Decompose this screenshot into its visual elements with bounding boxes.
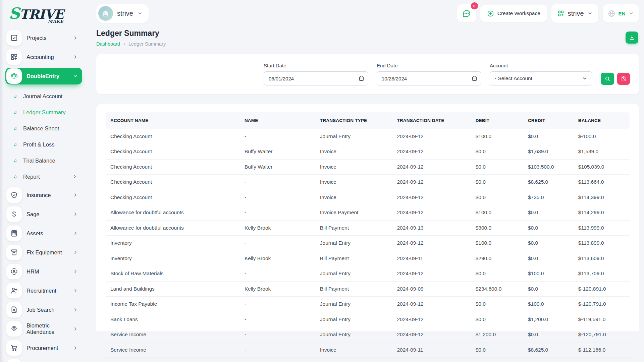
sidebar-subitem-trial-balance[interactable]: Trial Balance: [5, 153, 82, 169]
reset-filter-button[interactable]: [617, 73, 630, 85]
org-name: strive: [568, 10, 584, 17]
table-row[interactable]: Inventory-Journal Entry2024-09-12$100.0$…: [106, 236, 630, 251]
sidebar-item-label: HRM: [26, 268, 68, 275]
cell-transaction-type: Bill Payment: [315, 281, 392, 297]
table-row[interactable]: Service Income-Invoice2024-09-11$0.0$8,6…: [106, 342, 630, 358]
sidebar-subitem-report[interactable]: Report: [5, 169, 82, 185]
sidebar-submenu-doubleentry: Journal AccountLedger SummaryBalance She…: [5, 87, 82, 187]
table-row[interactable]: Checking AccountBuffy WalterInvoice2024-…: [106, 159, 630, 175]
cell-transaction-date: 2024-09-11: [392, 342, 471, 358]
cell-debit: $100.0: [471, 236, 523, 251]
chevron-right-icon: [73, 307, 78, 312]
sidebar-item-projects[interactable]: Projects: [5, 29, 82, 46]
table-row[interactable]: Allowance for doubtful accounts-Invoice …: [106, 205, 630, 221]
sidebar-item-label: DoubleEntry: [26, 73, 68, 79]
app-window: STRIVE MAKE ProjectsAccountingDoubleEntr…: [0, 0, 644, 362]
cell-debit: $234,600.0: [471, 281, 523, 297]
table-row[interactable]: Land and BuildingsKelly BrookBill Paymen…: [106, 281, 630, 297]
sidebar-item-insurance[interactable]: Insurance: [5, 187, 82, 203]
cell-name: -: [240, 129, 315, 144]
sidebar-item-sage[interactable]: Sage: [5, 206, 82, 223]
search-icon: [604, 76, 610, 82]
cell-name: Kelly Brook: [240, 251, 315, 266]
table-row[interactable]: Income Tax Payable-Journal Entry2024-09-…: [106, 297, 630, 312]
breadcrumb-current: Ledger Summary: [128, 41, 166, 47]
table-row[interactable]: Bank Loans-Journal Entry2024-09-12$0.0$1…: [106, 312, 630, 327]
sidebar-item-fix-equipment[interactable]: Fix Equipment: [5, 244, 82, 261]
sidebar-subitem-ledger-summary[interactable]: Ledger Summary: [5, 104, 82, 120]
cell-credit: $100.0: [523, 297, 574, 312]
chevron-right-icon: ›: [123, 41, 125, 47]
cell-debit: $0.0: [471, 159, 523, 175]
cart-icon: [6, 340, 22, 356]
column-header-transaction-date: TRANSACTION DATE: [392, 112, 471, 129]
end-date-input[interactable]: [377, 71, 481, 85]
table-row[interactable]: Stock of Raw Materials-Journal Entry2024…: [106, 266, 630, 282]
sidebar-item-procurement[interactable]: Procurement: [5, 340, 82, 356]
sidebar-subitem-profit-loss[interactable]: Profit & Loss: [5, 136, 82, 153]
chevron-down-icon: [629, 11, 634, 16]
sidebar-item-pos[interactable]: POS: [5, 359, 82, 362]
sidebar-item-doubleentry[interactable]: DoubleEntry: [5, 68, 82, 84]
cell-name: -: [240, 297, 315, 312]
table-row[interactable]: Service Income-Journal Entry2024-09-12$1…: [106, 327, 630, 343]
workspace-selector[interactable]: strive: [96, 4, 149, 23]
sidebar-subitem-balance-sheet[interactable]: Balance Sheet: [5, 120, 82, 136]
org-selector[interactable]: strive: [551, 4, 598, 23]
sidebar-subitem-journal-account[interactable]: Journal Account: [5, 88, 82, 104]
sidebar-item-label: Sage: [26, 211, 68, 218]
search-button[interactable]: [601, 73, 614, 85]
cell-transaction-type: Bill Payment: [315, 220, 392, 236]
cell-transaction-type: Journal Entry: [315, 327, 392, 343]
cell-balance: $114,299.0: [574, 205, 630, 221]
table-row[interactable]: Checking Account-Invoice2024-09-12$0.0$7…: [106, 190, 630, 205]
table-row[interactable]: Checking Account-Journal Entry2024-09-12…: [106, 129, 630, 144]
account-label: Account: [490, 63, 592, 68]
sidebar-item-assets[interactable]: Assets: [5, 225, 82, 242]
sidebar-item-recruitment[interactable]: Recruitment: [5, 282, 82, 299]
cell-name: Kelly Brook: [240, 281, 315, 297]
filter-card: Start Date End Date Account - Select Acc…: [96, 54, 639, 94]
chat-button[interactable]: 0: [457, 4, 476, 22]
sidebar-subitem-label: Ledger Summary: [23, 109, 77, 116]
sidebar-item-label: Accounting: [26, 54, 68, 60]
table-row[interactable]: Checking Account-Invoice2024-09-12$0.0$8…: [106, 175, 630, 190]
account-select[interactable]: - Select Account: [490, 71, 592, 85]
sidebar-item-accounting[interactable]: Accounting: [5, 49, 82, 65]
cell-credit: $8,625.0: [523, 342, 574, 358]
cell-balance: $113,609.0: [574, 251, 630, 266]
cell-balance: $-120,791.0: [574, 327, 630, 343]
cell-account-name: Checking Account: [106, 129, 240, 144]
table-row[interactable]: Allowance for doubtful accountsKelly Bro…: [106, 220, 630, 236]
sidebar-item-label: Procurement: [26, 345, 68, 351]
sidebar-subitem-label: Balance Sheet: [23, 125, 77, 132]
start-date-input[interactable]: [264, 71, 368, 85]
sidebar-item-label: Assets: [26, 230, 68, 237]
grid-plus-icon: [557, 10, 565, 17]
sidebar-subitem-label: Report: [23, 174, 66, 180]
table-row[interactable]: InventoryKelly BrookBill Payment2024-09-…: [106, 251, 630, 266]
dashed-circle-icon: [14, 95, 17, 98]
cell-account-name: Stock of Raw Materials: [106, 266, 240, 282]
cell-balance: $113,899.0: [574, 236, 630, 251]
sidebar-item-hrm[interactable]: HRM: [5, 263, 82, 280]
building-icon: [102, 9, 110, 17]
chevron-right-icon: [72, 174, 77, 179]
chat-badge: 0: [471, 2, 478, 9]
export-download-button[interactable]: [626, 32, 638, 44]
sidebar-item-biometric-attendance[interactable]: Biometric Attendance: [5, 320, 82, 337]
cell-transaction-type: Journal Entry: [315, 297, 392, 312]
cell-balance: $-100.0: [574, 129, 630, 144]
sidebar-item-job-search[interactable]: Job Search: [5, 301, 82, 318]
breadcrumb-dashboard-link[interactable]: Dashboard: [96, 41, 120, 47]
language-code: EN: [619, 11, 626, 16]
cell-name: Kelly Brook: [240, 220, 315, 236]
cell-transaction-date: 2024-09-12: [392, 175, 471, 190]
cell-transaction-type: Invoice Payment: [315, 205, 392, 221]
create-workspace-button[interactable]: Create Workspace: [480, 5, 547, 22]
language-selector[interactable]: EN: [603, 4, 639, 22]
sidebar-menu: ProjectsAccountingDoubleEntryJournal Acc…: [5, 27, 82, 362]
cell-name: -: [240, 236, 315, 251]
column-header-account-name: ACCOUNT NAME: [106, 112, 240, 129]
table-row[interactable]: Checking AccountBuffy WalterInvoice2024-…: [106, 144, 630, 160]
